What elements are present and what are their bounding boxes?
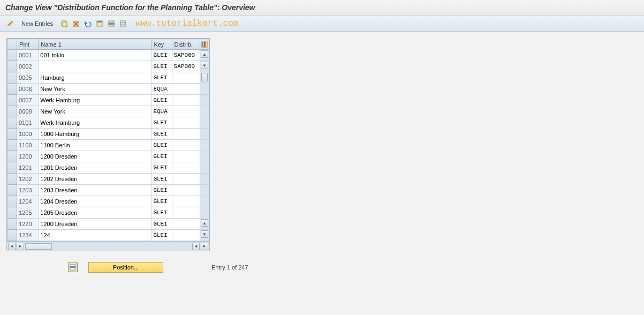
plnt-field[interactable] [17, 129, 38, 139]
delete-icon[interactable] [71, 19, 81, 28]
row-selector[interactable] [7, 174, 17, 185]
row-selector[interactable] [7, 151, 17, 162]
plnt-field[interactable] [17, 151, 38, 162]
row-selector[interactable] [7, 84, 17, 95]
hscroll-right2-button[interactable]: ► [201, 243, 208, 250]
key-field[interactable] [151, 72, 171, 83]
plnt-field[interactable] [17, 219, 38, 229]
row-selector[interactable] [7, 129, 17, 140]
name-field[interactable] [39, 117, 151, 128]
vscroll-track[interactable]: ▲ [200, 219, 209, 230]
key-field[interactable] [151, 207, 171, 218]
distrib-field[interactable] [172, 72, 200, 83]
row-selector[interactable] [7, 185, 17, 196]
key-field[interactable] [151, 151, 171, 162]
plnt-field[interactable] [17, 84, 38, 94]
row-selector[interactable] [7, 162, 17, 174]
plnt-field[interactable] [17, 50, 38, 61]
name-field[interactable] [39, 230, 151, 241]
vscroll-track[interactable] [200, 117, 209, 129]
row-selector[interactable] [7, 61, 17, 72]
column-header-distrib[interactable]: Distrib. [172, 39, 200, 50]
distrib-field[interactable] [172, 61, 200, 72]
plnt-field[interactable] [17, 230, 38, 241]
distrib-field[interactable] [172, 117, 200, 128]
key-field[interactable] [151, 50, 171, 61]
key-field[interactable] [151, 185, 171, 196]
name-field[interactable] [39, 207, 151, 218]
vscroll-track[interactable] [200, 140, 209, 151]
distrib-field[interactable] [172, 129, 200, 139]
vscroll-track[interactable] [200, 151, 209, 162]
vscroll-track[interactable] [200, 185, 209, 196]
deselect-all-icon[interactable] [118, 19, 128, 28]
row-selector[interactable] [7, 95, 17, 106]
name-field[interactable] [39, 72, 151, 83]
distrib-field[interactable] [172, 185, 200, 196]
name-field[interactable] [39, 185, 151, 196]
distrib-field[interactable] [172, 95, 200, 106]
name-field[interactable] [39, 196, 151, 207]
hscroll-left-button[interactable]: ◄ [8, 243, 16, 250]
row-selector[interactable] [7, 207, 17, 219]
hscroll-thumb[interactable] [25, 243, 52, 250]
key-field[interactable] [151, 196, 171, 207]
name-field[interactable] [39, 140, 151, 151]
column-header-key[interactable]: Key [151, 39, 172, 50]
plnt-field[interactable] [17, 61, 38, 72]
hscroll-left2-button[interactable]: ◄ [192, 243, 200, 250]
distrib-field[interactable] [172, 84, 200, 94]
distrib-field[interactable] [172, 50, 200, 61]
vscroll-track[interactable]: ▼ [200, 61, 209, 72]
row-selector[interactable] [7, 106, 17, 117]
vscroll-track[interactable] [200, 174, 209, 185]
distrib-field[interactable] [172, 140, 200, 151]
key-field[interactable] [151, 117, 171, 128]
row-selector[interactable] [7, 117, 17, 129]
name-field[interactable] [39, 84, 151, 94]
name-field[interactable] [39, 61, 151, 72]
vscroll-down-button[interactable]: ▼ [201, 62, 208, 69]
plnt-field[interactable] [17, 196, 38, 207]
name-field[interactable] [39, 174, 151, 184]
plnt-field[interactable] [17, 106, 38, 117]
vscroll-thumb[interactable] [201, 73, 208, 81]
vscroll-track[interactable] [200, 162, 209, 174]
row-selector[interactable] [7, 196, 17, 207]
distrib-field[interactable] [172, 162, 200, 173]
vscroll-up-button[interactable]: ▲ [201, 50, 208, 58]
vscroll-track[interactable] [200, 207, 209, 219]
distrib-field[interactable] [172, 151, 200, 162]
table-config-button[interactable] [200, 39, 209, 50]
plnt-field[interactable] [17, 162, 38, 173]
vscroll-track[interactable] [200, 129, 209, 140]
vscroll-track[interactable] [200, 84, 209, 95]
vscroll-track[interactable] [200, 95, 209, 106]
vscroll-track[interactable] [200, 72, 209, 84]
distrib-field[interactable] [172, 230, 200, 241]
plnt-field[interactable] [17, 72, 38, 83]
plnt-field[interactable] [17, 174, 38, 184]
key-field[interactable] [151, 84, 171, 94]
name-field[interactable] [39, 95, 151, 106]
name-field[interactable] [39, 129, 151, 139]
distrib-field[interactable] [172, 219, 200, 229]
plnt-field[interactable] [17, 117, 38, 128]
copy-icon[interactable] [59, 19, 69, 28]
plnt-field[interactable] [17, 140, 38, 151]
plnt-field[interactable] [17, 185, 38, 196]
name-field[interactable] [39, 219, 151, 229]
vscroll-track[interactable]: ▲ [200, 50, 209, 61]
position-icon[interactable] [68, 262, 78, 272]
select-block-icon[interactable] [107, 19, 116, 28]
key-field[interactable] [151, 129, 171, 139]
new-entries-button[interactable]: New Entries [17, 19, 57, 28]
distrib-field[interactable] [172, 174, 200, 184]
key-field[interactable] [151, 106, 171, 117]
key-field[interactable] [151, 219, 171, 229]
distrib-field[interactable] [172, 196, 200, 207]
undo-icon[interactable] [83, 19, 93, 28]
key-field[interactable] [151, 162, 171, 173]
toggle-icon[interactable] [5, 19, 15, 28]
row-selector[interactable] [7, 219, 17, 230]
